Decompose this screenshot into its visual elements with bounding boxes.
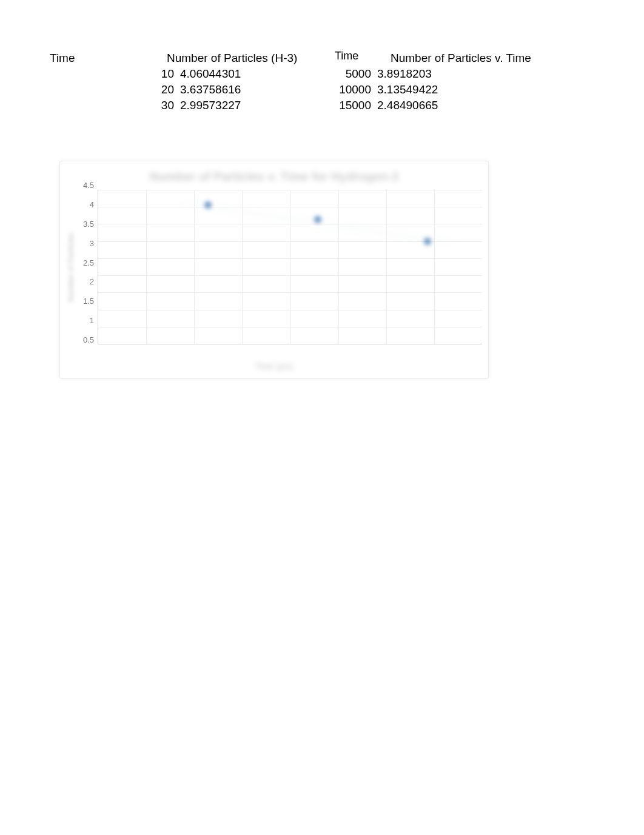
svg-line-0 xyxy=(186,204,449,243)
data-point xyxy=(314,216,321,223)
table-row: 5000 3.8918203 xyxy=(335,67,438,83)
gridline-v xyxy=(338,190,339,344)
plot-area xyxy=(98,190,482,344)
data-tables: Time Number of Particles (H-3) 10 4.0604… xyxy=(0,52,644,118)
gridline-v xyxy=(242,190,243,344)
table-row: 30 2.99573227 xyxy=(50,99,241,115)
table-h3-header-time: Time xyxy=(50,52,75,65)
y-axis-label: Number of Particles xyxy=(66,190,75,344)
table-time-header-time: Time xyxy=(335,50,358,62)
cell-time: 10 xyxy=(50,67,180,81)
table-row: 20 3.63758616 xyxy=(50,83,241,99)
cell-time: 10000 xyxy=(335,83,377,96)
table-row: 10000 3.13549422 xyxy=(335,83,438,99)
gridline-v xyxy=(194,190,195,344)
gridline-v xyxy=(290,190,291,344)
x-axis-label: Time (yrs) xyxy=(66,361,482,371)
cell-time: 15000 xyxy=(335,99,377,112)
table-row: 15000 2.48490665 xyxy=(335,99,438,115)
table-h3: Time Number of Particles (H-3) 10 4.0604… xyxy=(50,52,335,118)
table-time-rows: 5000 3.8918203 10000 3.13549422 15000 2.… xyxy=(335,67,438,115)
y-axis-ticks: 4.5 4 3.5 3 2.5 2 1.5 1 0.5 xyxy=(75,190,98,344)
data-point xyxy=(424,238,431,245)
table-time-header-particles: Number of Particles v. Time xyxy=(391,52,531,65)
cell-value: 3.8918203 xyxy=(377,67,432,81)
page-content: Time Number of Particles (H-3) 10 4.0604… xyxy=(0,0,644,379)
cell-time: 5000 xyxy=(335,67,377,81)
cell-time: 20 xyxy=(50,83,180,96)
table-h3-header-particles: Number of Particles (H-3) xyxy=(167,52,297,65)
cell-value: 3.63758616 xyxy=(180,83,241,96)
data-point xyxy=(204,201,212,209)
plot-outer: Number of Particles 4.5 4 3.5 3 2.5 2 1.… xyxy=(66,190,482,344)
cell-value: 2.99573227 xyxy=(180,99,241,112)
gridline-v xyxy=(146,190,147,344)
cell-value: 4.06044301 xyxy=(180,67,241,81)
table-time: Time Number of Particles v. Time 5000 3.… xyxy=(335,52,547,118)
gridline-v xyxy=(386,190,387,344)
chart: Number of Particles v. Time for Hydrogen… xyxy=(59,161,489,379)
cell-time: 30 xyxy=(50,99,180,112)
cell-value: 3.13549422 xyxy=(377,83,438,96)
gridline-v xyxy=(434,190,435,344)
table-h3-rows: 10 4.06044301 20 3.63758616 30 2.9957322… xyxy=(50,67,241,115)
chart-title: Number of Particles v. Time for Hydrogen… xyxy=(66,170,482,184)
cell-value: 2.48490665 xyxy=(377,99,438,112)
table-row: 10 4.06044301 xyxy=(50,67,241,83)
